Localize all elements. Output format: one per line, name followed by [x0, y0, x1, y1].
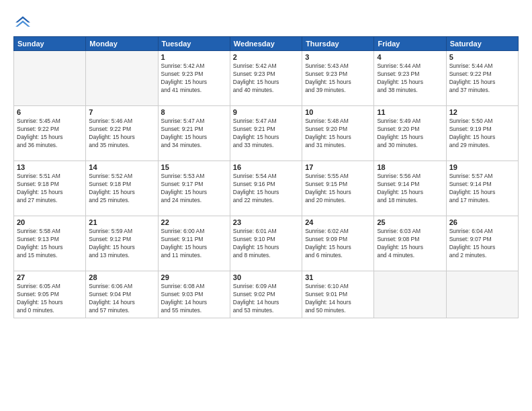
calendar-cell: 9Sunrise: 5:47 AMSunset: 9:21 PMDaylight… — [230, 106, 302, 161]
day-number: 3 — [305, 53, 371, 61]
calendar-cell: 7Sunrise: 5:46 AMSunset: 9:22 PMDaylight… — [86, 106, 158, 161]
day-info: Sunrise: 5:56 AMSunset: 9:14 PMDaylight:… — [377, 173, 443, 205]
day-number: 25 — [377, 218, 443, 226]
day-info: Sunrise: 6:10 AMSunset: 9:01 PMDaylight:… — [305, 283, 371, 315]
day-info: Sunrise: 5:49 AMSunset: 9:20 PMDaylight:… — [377, 118, 443, 150]
calendar-week-row: 27Sunrise: 6:05 AMSunset: 9:05 PMDayligh… — [14, 271, 519, 318]
day-number: 14 — [89, 163, 154, 171]
calendar-cell: 25Sunrise: 6:03 AMSunset: 9:08 PMDayligh… — [374, 216, 446, 271]
day-info: Sunrise: 6:05 AMSunset: 9:05 PMDaylight:… — [17, 283, 83, 315]
calendar-cell: 20Sunrise: 5:58 AMSunset: 9:13 PMDayligh… — [14, 216, 86, 271]
day-info: Sunrise: 5:58 AMSunset: 9:13 PMDaylight:… — [17, 228, 83, 260]
calendar-cell: 28Sunrise: 6:06 AMSunset: 9:04 PMDayligh… — [86, 271, 158, 318]
calendar-cell: 17Sunrise: 5:55 AMSunset: 9:15 PMDayligh… — [302, 161, 374, 216]
day-number: 7 — [89, 108, 154, 116]
calendar-cell: 8Sunrise: 5:47 AMSunset: 9:21 PMDaylight… — [158, 106, 230, 161]
day-number: 19 — [449, 163, 515, 171]
day-info: Sunrise: 5:54 AMSunset: 9:16 PMDaylight:… — [233, 173, 299, 205]
day-number: 8 — [161, 108, 227, 116]
calendar-cell — [374, 271, 446, 318]
day-info: Sunrise: 5:42 AMSunset: 9:23 PMDaylight:… — [161, 62, 227, 95]
day-info: Sunrise: 5:51 AMSunset: 9:18 PMDaylight:… — [17, 173, 83, 205]
day-info: Sunrise: 6:08 AMSunset: 9:03 PMDaylight:… — [161, 283, 227, 315]
day-info: Sunrise: 5:43 AMSunset: 9:23 PMDaylight:… — [305, 62, 371, 95]
day-info: Sunrise: 5:59 AMSunset: 9:12 PMDaylight:… — [89, 228, 154, 260]
logo — [13, 12, 35, 31]
calendar-cell: 18Sunrise: 5:56 AMSunset: 9:14 PMDayligh… — [374, 161, 446, 216]
calendar-cell: 6Sunrise: 5:45 AMSunset: 9:22 PMDaylight… — [14, 106, 86, 161]
day-number: 29 — [161, 273, 227, 281]
calendar-cell — [14, 51, 86, 106]
day-number: 20 — [17, 218, 83, 226]
day-info: Sunrise: 5:48 AMSunset: 9:20 PMDaylight:… — [305, 118, 371, 150]
calendar-cell: 5Sunrise: 5:44 AMSunset: 9:22 PMDaylight… — [446, 51, 518, 106]
weekday-header-row: SundayMondayTuesdayWednesdayThursdayFrid… — [14, 37, 519, 51]
calendar-cell: 10Sunrise: 5:48 AMSunset: 9:20 PMDayligh… — [302, 106, 374, 161]
day-number: 6 — [17, 108, 83, 116]
day-info: Sunrise: 5:47 AMSunset: 9:21 PMDaylight:… — [161, 118, 227, 150]
weekday-header-sunday: Sunday — [14, 37, 86, 51]
calendar-cell: 22Sunrise: 6:00 AMSunset: 9:11 PMDayligh… — [158, 216, 230, 271]
calendar-cell: 26Sunrise: 6:04 AMSunset: 9:07 PMDayligh… — [446, 216, 518, 271]
day-number: 23 — [233, 218, 299, 226]
weekday-header-wednesday: Wednesday — [230, 37, 302, 51]
calendar-cell: 21Sunrise: 5:59 AMSunset: 9:12 PMDayligh… — [86, 216, 158, 271]
day-info: Sunrise: 6:06 AMSunset: 9:04 PMDaylight:… — [89, 283, 154, 315]
day-info: Sunrise: 5:47 AMSunset: 9:21 PMDaylight:… — [233, 118, 299, 150]
calendar-cell: 24Sunrise: 6:02 AMSunset: 9:09 PMDayligh… — [302, 216, 374, 271]
logo-icon — [13, 12, 32, 31]
calendar-cell: 3Sunrise: 5:43 AMSunset: 9:23 PMDaylight… — [302, 51, 374, 106]
calendar-cell: 31Sunrise: 6:10 AMSunset: 9:01 PMDayligh… — [302, 271, 374, 318]
day-number: 31 — [305, 273, 371, 281]
day-number: 1 — [161, 53, 227, 61]
day-number: 17 — [305, 163, 371, 171]
calendar-cell: 12Sunrise: 5:50 AMSunset: 9:19 PMDayligh… — [446, 106, 518, 161]
day-number: 24 — [305, 218, 371, 226]
weekday-header-monday: Monday — [86, 37, 158, 51]
day-number: 16 — [233, 163, 299, 171]
day-number: 18 — [377, 163, 443, 171]
day-info: Sunrise: 5:44 AMSunset: 9:22 PMDaylight:… — [449, 62, 515, 95]
weekday-header-thursday: Thursday — [302, 37, 374, 51]
calendar-cell: 19Sunrise: 5:57 AMSunset: 9:14 PMDayligh… — [446, 161, 518, 216]
calendar-week-row: 13Sunrise: 5:51 AMSunset: 9:18 PMDayligh… — [14, 161, 519, 216]
day-info: Sunrise: 6:04 AMSunset: 9:07 PMDaylight:… — [449, 228, 515, 260]
calendar-cell: 1Sunrise: 5:42 AMSunset: 9:23 PMDaylight… — [158, 51, 230, 106]
calendar-cell: 29Sunrise: 6:08 AMSunset: 9:03 PMDayligh… — [158, 271, 230, 318]
calendar-cell: 11Sunrise: 5:49 AMSunset: 9:20 PMDayligh… — [374, 106, 446, 161]
day-number: 27 — [17, 273, 83, 281]
day-number: 13 — [17, 163, 83, 171]
day-info: Sunrise: 6:01 AMSunset: 9:10 PMDaylight:… — [233, 228, 299, 260]
calendar-cell: 13Sunrise: 5:51 AMSunset: 9:18 PMDayligh… — [14, 161, 86, 216]
day-number: 11 — [377, 108, 443, 116]
day-info: Sunrise: 5:42 AMSunset: 9:23 PMDaylight:… — [233, 62, 299, 95]
day-number: 10 — [305, 108, 371, 116]
day-number: 5 — [449, 53, 515, 61]
weekday-header-saturday: Saturday — [446, 37, 518, 51]
day-info: Sunrise: 5:45 AMSunset: 9:22 PMDaylight:… — [17, 118, 83, 150]
day-info: Sunrise: 5:44 AMSunset: 9:23 PMDaylight:… — [377, 62, 443, 95]
calendar-cell: 14Sunrise: 5:52 AMSunset: 9:18 PMDayligh… — [86, 161, 158, 216]
day-info: Sunrise: 6:09 AMSunset: 9:02 PMDaylight:… — [233, 283, 299, 315]
day-info: Sunrise: 5:50 AMSunset: 9:19 PMDaylight:… — [449, 118, 515, 150]
day-info: Sunrise: 5:46 AMSunset: 9:22 PMDaylight:… — [89, 118, 154, 150]
calendar-cell: 15Sunrise: 5:53 AMSunset: 9:17 PMDayligh… — [158, 161, 230, 216]
header — [13, 12, 519, 31]
calendar-cell: 16Sunrise: 5:54 AMSunset: 9:16 PMDayligh… — [230, 161, 302, 216]
weekday-header-friday: Friday — [374, 37, 446, 51]
day-number: 2 — [233, 53, 299, 61]
day-number: 15 — [161, 163, 227, 171]
day-number: 22 — [161, 218, 227, 226]
calendar-cell: 23Sunrise: 6:01 AMSunset: 9:10 PMDayligh… — [230, 216, 302, 271]
calendar-week-row: 6Sunrise: 5:45 AMSunset: 9:22 PMDaylight… — [14, 106, 519, 161]
day-info: Sunrise: 6:03 AMSunset: 9:08 PMDaylight:… — [377, 228, 443, 260]
calendar-week-row: 20Sunrise: 5:58 AMSunset: 9:13 PMDayligh… — [14, 216, 519, 271]
calendar-cell: 4Sunrise: 5:44 AMSunset: 9:23 PMDaylight… — [374, 51, 446, 106]
day-number: 9 — [233, 108, 299, 116]
day-info: Sunrise: 6:02 AMSunset: 9:09 PMDaylight:… — [305, 228, 371, 260]
calendar-cell — [86, 51, 158, 106]
calendar-cell: 27Sunrise: 6:05 AMSunset: 9:05 PMDayligh… — [14, 271, 86, 318]
day-number: 30 — [233, 273, 299, 281]
day-number: 28 — [89, 273, 154, 281]
day-number: 4 — [377, 53, 443, 61]
